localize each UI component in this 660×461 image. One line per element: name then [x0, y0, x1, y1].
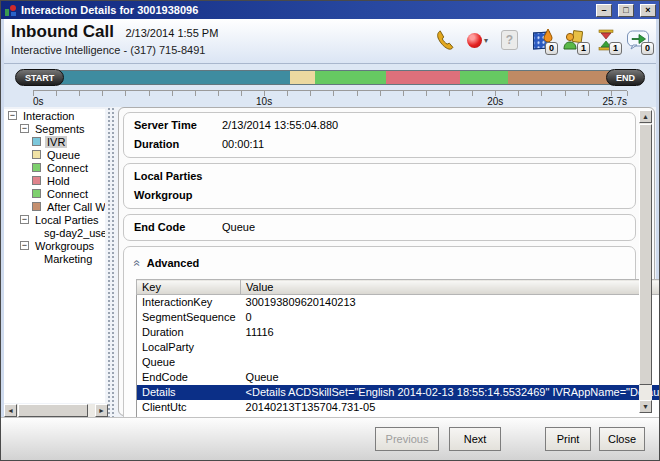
hold-time-button[interactable]: 1 [593, 26, 618, 54]
tree-item-segment[interactable]: Connect [4, 161, 105, 174]
close-button[interactable]: Close [599, 427, 645, 451]
tree-item-label[interactable]: Segments [33, 123, 87, 135]
collapse-icon[interactable]: − [20, 215, 29, 224]
segment-color-icon [32, 176, 41, 185]
advanced-group-box: «Advanced Key Value InteractionKey300193… [123, 246, 636, 434]
next-button[interactable]: Next [449, 427, 501, 451]
collapse-chevron-icon[interactable]: « [130, 260, 144, 267]
duration-label: Duration [134, 135, 222, 154]
advanced-table-body: InteractionKey300193809620140213SegmentS… [137, 295, 660, 430]
table-row[interactable]: ClientUtc20140213T135704.731-05 [137, 400, 660, 415]
table-row[interactable]: InteractionKey300193809620140213 [137, 295, 660, 310]
key-column-header[interactable]: Key [137, 280, 241, 295]
timeline-segment-connect[interactable] [315, 71, 386, 84]
tree-item-segment[interactable]: IVR [4, 135, 105, 148]
table-row[interactable]: Details<Details ACDSkillSet="English 201… [137, 385, 660, 400]
tree-item-label[interactable]: Marketing [42, 253, 94, 265]
end-code-label: End Code [134, 218, 222, 237]
scroll-left-icon[interactable]: ◄ [4, 404, 17, 417]
tree-item-workgroups[interactable]: − Workgroups [4, 239, 105, 252]
tree-item-interaction[interactable]: − Interaction [4, 109, 105, 122]
tree-item-label[interactable]: Local Parties [33, 214, 101, 226]
table-row[interactable]: EndCodeQueue [137, 370, 660, 385]
local-parties-label: Local Parties [134, 167, 222, 186]
timeline: START END 0s10s20s25.7s [4, 64, 656, 107]
minimize-button[interactable]: – [596, 4, 612, 17]
scrollbar-thumb[interactable] [18, 404, 88, 417]
ruler-tick-label: 10s [256, 96, 272, 107]
collapse-icon[interactable]: − [20, 124, 29, 133]
hold-badge: 1 [609, 42, 622, 55]
table-cell: ClientUtc [137, 400, 241, 415]
app-icon [4, 4, 17, 17]
tree-item-label[interactable]: Hold [45, 175, 72, 187]
tree-item-label[interactable]: IVR [45, 136, 67, 148]
scrollbar-thumb[interactable] [639, 124, 652, 385]
timeline-tick-labels: 0s10s20s25.7s [33, 96, 627, 107]
scroll-up-icon[interactable]: ▲ [639, 110, 652, 123]
call-type-title: Inbound Call [11, 22, 114, 41]
table-cell: LocalParty [137, 340, 241, 355]
collapse-icon[interactable]: − [8, 111, 17, 120]
record-button[interactable]: ▾ [465, 26, 490, 54]
agent-notes-button[interactable]: 1 [561, 26, 586, 54]
advanced-label: Advanced [147, 257, 200, 269]
tree-item-label[interactable]: Workgroups [33, 240, 96, 252]
tree-item-label[interactable]: Interaction [21, 110, 76, 122]
table-cell: Queue [137, 355, 241, 370]
timeline-segment-hold[interactable] [386, 71, 460, 84]
tree-item-label[interactable]: Connect [45, 188, 90, 200]
tree-horizontal-scrollbar[interactable]: ◄ ► [4, 404, 108, 417]
table-cell: 300193809620140213 [241, 295, 660, 310]
tree-item-segment[interactable]: Hold [4, 174, 105, 187]
timeline-segment-queue[interactable] [290, 71, 315, 84]
scroll-down-icon[interactable]: ▼ [639, 400, 652, 413]
timeline-segments[interactable] [33, 70, 627, 85]
table-cell: InteractionKey [137, 295, 241, 310]
table-cell: <Details ACDSkillSet="English 2014-02-13… [241, 385, 660, 400]
server-time-value: 2/13/2014 13:55:04.880 [222, 116, 338, 135]
tree-item-segments[interactable]: − Segments [4, 122, 105, 135]
tree-splitter[interactable] [107, 107, 116, 417]
table-cell: 20140213T135704.731-05 [241, 400, 660, 415]
window-title: Interaction Details for 3001938096 [21, 4, 590, 16]
tree-item-local-party-user[interactable]: sg-day2_user [4, 226, 105, 239]
tree-item-label[interactable]: sg-day2_user [42, 227, 105, 239]
tree-item-segment[interactable]: After Call Wo [4, 200, 105, 213]
timeline-segment-ivr[interactable] [34, 71, 290, 84]
tree-item-label[interactable]: Queue [45, 149, 82, 161]
ruler-tick [627, 91, 628, 96]
segment-color-icon [32, 189, 41, 198]
title-bar[interactable]: Interaction Details for 3001938096 – □ × [1, 1, 659, 19]
phone-icon[interactable] [433, 26, 458, 54]
print-button[interactable]: Print [545, 427, 591, 451]
segment-color-icon [32, 150, 41, 159]
table-cell: SegmentSequence [137, 310, 241, 325]
tree-item-label[interactable]: Connect [45, 162, 90, 174]
tree-item-label[interactable]: After Call Wo [45, 201, 105, 213]
collapse-icon[interactable]: − [20, 241, 29, 250]
table-row[interactable]: Queue [137, 355, 660, 370]
tree-item-segment[interactable]: Queue [4, 148, 105, 161]
timeline-segment-connect[interactable] [460, 71, 508, 84]
ruler-tick-label: 20s [487, 96, 503, 107]
table-cell: 0 [241, 310, 660, 325]
table-cell [241, 355, 660, 370]
table-row[interactable]: SegmentSequence0 [137, 310, 660, 325]
record-dropdown-icon[interactable]: ▾ [484, 36, 488, 45]
close-window-button[interactable]: × [640, 4, 656, 17]
tree-item-workgroup-marketing[interactable]: Marketing [4, 252, 105, 265]
details-vertical-scrollbar[interactable]: ▲ ▼ [639, 110, 652, 413]
tree-item-segment[interactable]: Connect [4, 187, 105, 200]
dialpad-events-button[interactable]: 0 [529, 26, 554, 54]
tree-item-local-parties[interactable]: − Local Parties [4, 213, 105, 226]
parties-group-box: Local Parties Workgroup [123, 163, 636, 209]
table-cell: Duration [137, 325, 241, 340]
maximize-button[interactable]: □ [618, 4, 634, 17]
call-datetime: 2/13/2014 1:55 PM [125, 27, 218, 39]
value-column-header[interactable]: Value [241, 280, 660, 295]
transfer-events-button[interactable]: 0 [625, 26, 650, 54]
ruler-tick-label: 0s [33, 96, 44, 107]
table-row[interactable]: Duration11116 [137, 325, 660, 340]
table-row[interactable]: LocalParty [137, 340, 660, 355]
